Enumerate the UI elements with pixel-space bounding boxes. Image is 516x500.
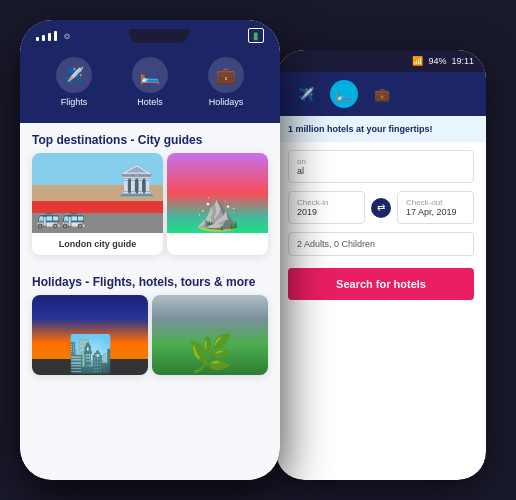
search-hotels-button[interactable]: Search for hotels bbox=[288, 268, 474, 300]
back-status-wifi: 94% bbox=[428, 56, 446, 66]
holidays-title: Holidays - Flights, hotels, tours & more bbox=[20, 265, 280, 295]
front-phone-status: ⌾ ▮ bbox=[20, 20, 280, 47]
battery-icon: ▮ bbox=[248, 28, 264, 43]
city-guides-grid: London city guide bbox=[20, 153, 280, 255]
holidays-grid bbox=[20, 295, 280, 375]
nature-card[interactable] bbox=[152, 295, 268, 375]
city-guides-title: Top destinations - City guides bbox=[20, 123, 280, 153]
dates-row: Check-in 2019 ⇄ Check-out 17 Apr, 2019 bbox=[288, 191, 474, 224]
checkout-label: Check-out bbox=[406, 198, 465, 207]
bar-3 bbox=[48, 33, 51, 41]
back-nav-holidays[interactable]: 💼 bbox=[368, 80, 396, 108]
checkin-label: Check-in bbox=[297, 198, 356, 207]
holidays-label: Holidays bbox=[209, 97, 244, 107]
front-nav: ✈️ Flights 🛏️ Hotels 💼 Holidays bbox=[20, 47, 280, 123]
back-nav-flights[interactable]: ✈️ bbox=[292, 80, 320, 108]
front-content: Top destinations - City guides London ci… bbox=[20, 123, 280, 480]
notch bbox=[129, 29, 189, 43]
hotels-label: Hotels bbox=[137, 97, 163, 107]
checkin-field[interactable]: Check-in 2019 bbox=[288, 191, 365, 224]
destination-label: on bbox=[297, 157, 465, 166]
back-phone-nav: ✈️ 🛏️ 💼 bbox=[276, 72, 486, 116]
holidays-icon: 💼 bbox=[208, 57, 244, 93]
checkin-value: 2019 bbox=[297, 207, 317, 217]
front-nav-hotels[interactable]: 🛏️ Hotels bbox=[132, 57, 168, 107]
front-nav-holidays[interactable]: 💼 Holidays bbox=[208, 57, 244, 107]
swap-dates-button[interactable]: ⇄ bbox=[371, 198, 391, 218]
holidays-section: Holidays - Flights, hotels, tours & more bbox=[20, 265, 280, 375]
hotel-promo-text: 1 million hotels at your fingertips! bbox=[276, 116, 486, 142]
flights-icon: ✈️ bbox=[56, 57, 92, 93]
hotels-icon: 🛏️ bbox=[132, 57, 168, 93]
bar-1 bbox=[36, 37, 39, 41]
back-phone: 📶 94% 19:11 ✈️ 🛏️ 💼 1 million hotels at … bbox=[276, 50, 486, 480]
back-status-signal: 📶 bbox=[412, 56, 423, 66]
front-nav-flights[interactable]: ✈️ Flights bbox=[56, 57, 92, 107]
dubai-card[interactable] bbox=[32, 295, 148, 375]
back-phone-status: 📶 94% 19:11 bbox=[276, 50, 486, 72]
london-card[interactable]: London city guide bbox=[32, 153, 163, 255]
front-phone: ⌾ ▮ ✈️ Flights 🛏️ Hotels 💼 Holidays Top … bbox=[20, 20, 280, 480]
bar-2 bbox=[42, 35, 45, 41]
destination-value: al bbox=[297, 166, 304, 176]
guests-value: 2 Adults, 0 Children bbox=[297, 239, 375, 249]
london-image bbox=[32, 153, 163, 233]
hotel-form: on al Check-in 2019 ⇄ Check-out 17 Apr, … bbox=[276, 142, 486, 480]
guests-field[interactable]: 2 Adults, 0 Children bbox=[288, 232, 474, 256]
mountains-label bbox=[167, 233, 268, 245]
back-nav-hotels[interactable]: 🛏️ bbox=[330, 80, 358, 108]
checkout-value: 17 Apr, 2019 bbox=[406, 207, 457, 217]
checkout-field[interactable]: Check-out 17 Apr, 2019 bbox=[397, 191, 474, 224]
bar-4 bbox=[54, 31, 57, 41]
signal-bars: ⌾ bbox=[36, 30, 70, 41]
destination-field[interactable]: on al bbox=[288, 150, 474, 183]
dubai-image bbox=[32, 295, 148, 375]
wifi-icon: ⌾ bbox=[64, 30, 70, 41]
london-label: London city guide bbox=[32, 233, 163, 255]
back-status-time: 19:11 bbox=[451, 56, 474, 66]
mountains-card[interactable] bbox=[167, 153, 268, 255]
mountains-image bbox=[167, 153, 268, 233]
nature-image bbox=[152, 295, 268, 375]
flights-label: Flights bbox=[61, 97, 88, 107]
